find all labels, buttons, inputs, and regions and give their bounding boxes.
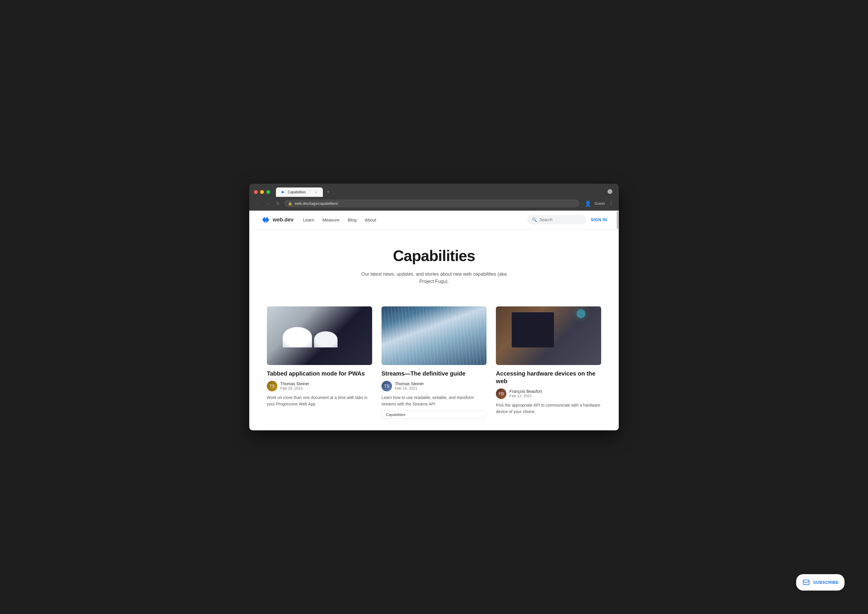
article-card-3: Accessing hardware devices on the web FB… xyxy=(496,306,601,419)
fullscreen-traffic-light[interactable] xyxy=(266,190,270,194)
lock-icon: 🔒 xyxy=(288,202,292,206)
nav-blog[interactable]: Blog xyxy=(348,217,356,222)
hero-section: Capabilities Our latest news, updates, a… xyxy=(249,229,619,297)
new-tab-button[interactable]: + xyxy=(324,188,332,196)
site-nav: Learn Measure Blog About xyxy=(303,217,376,222)
article-card-1: Tabbed application mode for PWAs TS Thom… xyxy=(267,306,372,419)
address-bar[interactable]: 🔒 web.dev/tags/capabilities/ xyxy=(285,200,579,208)
card-3-author-name: François Beaufort xyxy=(509,389,542,394)
logo-icon xyxy=(261,215,271,225)
card-2-title: Streams—The definitive guide xyxy=(381,370,487,377)
tab-favicon-icon xyxy=(281,190,285,194)
card-2-tag[interactable]: Capabilities xyxy=(381,411,487,419)
sign-in-button[interactable]: SIGN IN xyxy=(591,217,607,222)
card-3-author-row: FB François Beaufort Feb 12, 2021 xyxy=(496,388,601,399)
page-subtitle: Our latest news, updates, and stories ab… xyxy=(358,270,510,285)
card-3-image xyxy=(496,306,601,365)
card-2-author-avatar: TS xyxy=(381,381,392,391)
card-3-description: Pick the appropriate API to communicate … xyxy=(496,402,601,415)
page-title: Capabilities xyxy=(261,247,607,265)
browser-menu-button[interactable]: ⋮ xyxy=(607,200,615,208)
profile-label: Guest xyxy=(594,201,605,206)
card-2-author-name: Thomas Steiner xyxy=(395,381,424,386)
traffic-lights xyxy=(254,190,270,194)
tab-bar: Capabilities × + xyxy=(276,188,602,197)
card-1-description: Work on more than one document at a time… xyxy=(267,394,372,408)
search-placeholder: Search xyxy=(539,217,552,222)
profile-area: 👤 Guest ⋮ xyxy=(584,200,615,208)
profile-icon[interactable]: 👤 xyxy=(584,200,592,208)
nav-bar: ← → ↻ 🔒 web.dev/tags/capabilities/ 👤 Gue… xyxy=(249,197,619,211)
article-card-2: Streams—The definitive guide TS Thomas S… xyxy=(381,306,487,419)
scrollbar-thumb[interactable] xyxy=(617,211,618,229)
page-content: web.dev Learn Measure Blog About 🔍 Searc… xyxy=(249,211,619,431)
active-tab[interactable]: Capabilities × xyxy=(276,188,323,197)
title-bar: Capabilities × + ⬤ xyxy=(249,184,619,197)
search-icon: 🔍 xyxy=(532,217,537,222)
card-1-image xyxy=(267,306,372,365)
card-2-author-date: Feb 19, 2021 xyxy=(395,386,424,391)
nav-learn[interactable]: Learn xyxy=(303,217,314,222)
forward-button[interactable]: → xyxy=(263,200,272,208)
cards-grid: Tabbed application mode for PWAs TS Thom… xyxy=(249,297,619,431)
card-1-title: Tabbed application mode for PWAs xyxy=(267,370,372,377)
close-traffic-light[interactable] xyxy=(254,190,258,194)
extensions-area: ⬤ xyxy=(606,187,614,195)
card-2-author-row: TS Thomas Steiner Feb 19, 2021 xyxy=(381,381,487,391)
card-1-author-name: Thomas Steiner xyxy=(280,381,310,386)
tab-title: Capabilities xyxy=(288,190,311,194)
card-1-author-info: Thomas Steiner Feb 25, 2021 xyxy=(280,381,310,391)
card-3-author-info: François Beaufort Feb 12, 2021 xyxy=(509,389,542,398)
card-3-title: Accessing hardware devices on the web xyxy=(496,370,601,385)
card-2-image xyxy=(381,306,487,365)
nav-measure[interactable]: Measure xyxy=(322,217,339,222)
header-actions: 🔍 Search SIGN IN xyxy=(527,215,607,225)
logo-text: web.dev xyxy=(273,217,294,223)
minimize-traffic-light[interactable] xyxy=(260,190,264,194)
card-3-author-avatar: FB xyxy=(496,388,506,399)
reload-button[interactable]: ↻ xyxy=(274,200,282,208)
browser-window: Capabilities × + ⬤ ← → ↻ 🔒 web.dev/tags/… xyxy=(249,184,619,431)
url-display: web.dev/tags/capabilities/ xyxy=(295,201,338,206)
scrollbar-track[interactable] xyxy=(616,211,619,431)
card-1-author-date: Feb 25, 2021 xyxy=(280,386,310,391)
back-button[interactable]: ← xyxy=(253,200,261,208)
search-box[interactable]: 🔍 Search xyxy=(527,215,586,225)
card-1-author-avatar: TS xyxy=(267,381,277,391)
nav-about[interactable]: About xyxy=(365,217,376,222)
site-header: web.dev Learn Measure Blog About 🔍 Searc… xyxy=(249,211,619,229)
card-3-author-date: Feb 12, 2021 xyxy=(509,394,542,398)
card-2-author-info: Thomas Steiner Feb 19, 2021 xyxy=(395,381,424,391)
card-2-description: Learn how to use readable, writable, and… xyxy=(381,394,487,408)
extension-icon[interactable]: ⬤ xyxy=(606,187,614,195)
tab-close-button[interactable]: × xyxy=(313,190,318,194)
site-logo[interactable]: web.dev xyxy=(261,215,294,225)
card-1-author-row: TS Thomas Steiner Feb 25, 2021 xyxy=(267,381,372,391)
